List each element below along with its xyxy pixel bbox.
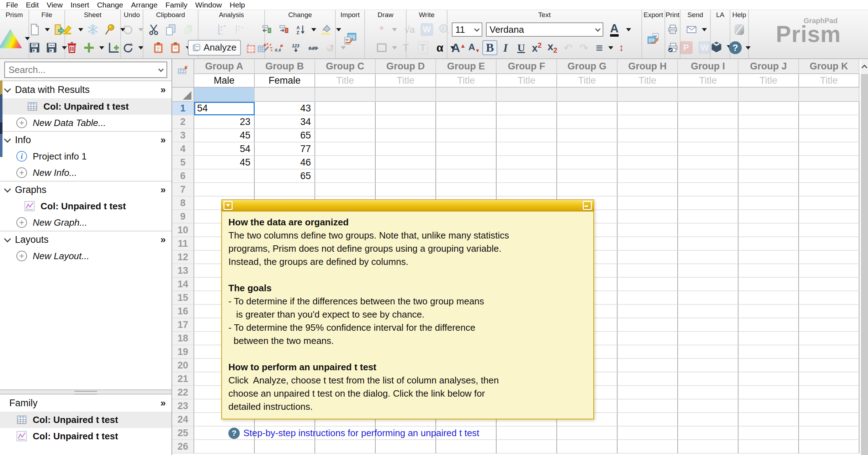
data-cell[interactable] xyxy=(739,129,799,142)
data-cell[interactable]: 54 xyxy=(194,102,255,115)
data-cell[interactable] xyxy=(557,142,618,156)
menu-window[interactable]: Window xyxy=(191,1,226,9)
paste-icon[interactable] xyxy=(180,22,195,37)
data-cell[interactable] xyxy=(618,413,678,427)
data-cell[interactable] xyxy=(194,440,255,454)
column-subtitle[interactable]: Title xyxy=(678,74,739,88)
section-expand-icon[interactable]: » xyxy=(160,184,167,195)
row-number[interactable]: 15 xyxy=(172,291,194,305)
data-cell[interactable] xyxy=(678,183,739,197)
data-cell[interactable] xyxy=(497,142,557,156)
subscript-button[interactable]: x2 xyxy=(545,40,560,55)
data-cell[interactable] xyxy=(678,440,739,454)
data-cell[interactable] xyxy=(376,169,436,183)
undo-icon[interactable] xyxy=(121,40,136,55)
row-number[interactable]: 4 xyxy=(172,142,194,156)
data-cell[interactable] xyxy=(799,142,859,156)
new-file-icon[interactable] xyxy=(27,22,42,37)
vertical-scrollbar[interactable] xyxy=(861,59,868,455)
data-cell[interactable] xyxy=(194,183,255,197)
data-cell[interactable] xyxy=(618,427,678,440)
data-cell[interactable] xyxy=(739,251,799,264)
column-select-cell[interactable] xyxy=(739,88,799,102)
data-cell[interactable] xyxy=(678,399,739,413)
data-cell[interactable] xyxy=(739,169,799,183)
data-cell[interactable] xyxy=(678,413,739,427)
font-color-button[interactable]: A xyxy=(607,22,622,37)
column-header-group-b[interactable]: Group B xyxy=(255,59,315,74)
data-cell[interactable] xyxy=(678,345,739,359)
column-subtitle[interactable]: Title xyxy=(799,74,859,88)
data-cell[interactable] xyxy=(557,169,618,183)
data-cell[interactable] xyxy=(799,197,859,210)
data-cell[interactable] xyxy=(678,386,739,399)
data-cell[interactable] xyxy=(678,129,739,142)
row-number[interactable]: 7 xyxy=(172,183,194,197)
data-cell[interactable] xyxy=(497,129,557,142)
data-cell[interactable] xyxy=(739,183,799,197)
data-cell[interactable] xyxy=(618,142,678,156)
line-spacing-icon[interactable]: ↕ xyxy=(614,40,629,55)
new-sheet-icon[interactable] xyxy=(81,40,96,55)
data-cell[interactable] xyxy=(436,183,497,197)
equation-icon[interactable]: √a xyxy=(402,22,417,37)
sidebar-item[interactable]: Col: Unpaired t test xyxy=(0,98,171,115)
data-cell[interactable] xyxy=(618,197,678,210)
column-subtitle[interactable]: Title xyxy=(315,74,376,88)
column-subtitle[interactable]: Title xyxy=(376,74,436,88)
rotate-text-right-icon[interactable]: ↷ xyxy=(576,40,591,55)
menu-arrange[interactable]: Arrange xyxy=(127,1,162,9)
data-cell[interactable] xyxy=(739,318,799,332)
data-cell[interactable]: 54 xyxy=(194,142,255,156)
column-select-cell[interactable] xyxy=(436,88,497,102)
data-cell[interactable] xyxy=(678,169,739,183)
powerpoint-icon[interactable]: P xyxy=(679,40,694,55)
data-cell[interactable] xyxy=(799,251,859,264)
data-cell[interactable] xyxy=(799,210,859,224)
row-number[interactable]: 6 xyxy=(172,169,194,183)
print-icon[interactable] xyxy=(665,22,680,37)
new-graph-sheet-icon[interactable] xyxy=(106,40,121,55)
data-cell[interactable] xyxy=(739,372,799,386)
data-cell[interactable] xyxy=(678,102,739,115)
data-cell[interactable] xyxy=(739,291,799,305)
data-cell[interactable] xyxy=(557,440,618,454)
row-number[interactable]: 14 xyxy=(172,278,194,291)
data-cell[interactable] xyxy=(618,399,678,413)
family-item[interactable]: Col: Unpaired t test xyxy=(0,412,171,428)
row-number[interactable]: 3 xyxy=(172,129,194,142)
select-all-corner[interactable] xyxy=(172,88,194,102)
sidebar-item[interactable]: +New Graph... xyxy=(0,214,171,231)
data-cell[interactable] xyxy=(618,251,678,264)
underline-button[interactable]: U xyxy=(514,40,529,55)
move-column-left-icon[interactable] xyxy=(259,22,274,37)
data-cell[interactable] xyxy=(497,183,557,197)
column-select-cell[interactable] xyxy=(799,88,859,102)
data-cell[interactable] xyxy=(739,156,799,169)
data-cell[interactable] xyxy=(799,115,859,129)
text-box-icon[interactable]: T xyxy=(416,40,430,55)
results-sheet2-icon[interactable] xyxy=(233,22,248,37)
section-header-info[interactable]: Info» xyxy=(0,131,171,148)
column-header-group-i[interactable]: Group I xyxy=(678,59,739,74)
data-cell[interactable] xyxy=(618,318,678,332)
data-cell[interactable] xyxy=(315,142,376,156)
data-cell[interactable] xyxy=(799,237,859,251)
section-expand-icon[interactable]: » xyxy=(160,234,167,245)
data-cell[interactable] xyxy=(618,264,678,278)
column-header-group-g[interactable]: Group G xyxy=(557,59,618,74)
align-text-icon[interactable]: ≡ xyxy=(592,40,607,55)
column-select-cell[interactable] xyxy=(255,88,315,102)
row-number[interactable]: 5 xyxy=(172,156,194,169)
rotate-text-left-icon[interactable]: ↶ xyxy=(561,40,576,55)
data-cell[interactable] xyxy=(618,278,678,291)
labarchives-cube-icon[interactable] xyxy=(709,40,724,54)
data-cell[interactable] xyxy=(376,440,436,454)
data-cell[interactable]: 46 xyxy=(255,156,315,169)
data-cell[interactable] xyxy=(315,183,376,197)
data-cell[interactable] xyxy=(557,183,618,197)
note-title-bar[interactable] xyxy=(221,199,594,211)
format-table-icon[interactable] xyxy=(255,40,270,55)
superscript-button[interactable]: x2 xyxy=(529,40,544,55)
data-cell[interactable] xyxy=(739,102,799,115)
